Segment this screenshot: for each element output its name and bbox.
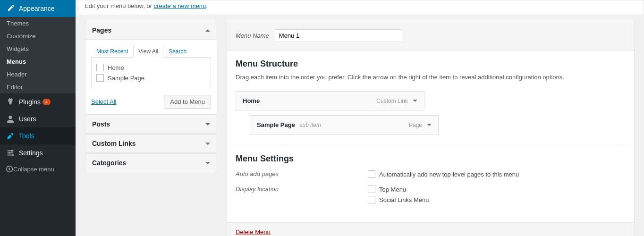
sidebar-label: Settings (19, 149, 43, 157)
panel-header: Menu Name (227, 21, 634, 51)
intro-bar: Edit your menu below, or create a new me… (76, 0, 644, 15)
pages-tabs: Most Recent View All Search (91, 44, 211, 58)
menu-item-sample-page[interactable]: Sample Page sub item Page (250, 115, 439, 135)
sidebar-item-users[interactable]: Users (0, 110, 76, 127)
menu-panel: Menu Name Menu Structure Drag each item … (227, 21, 635, 236)
sidebar-collapse[interactable]: Collapse menu (0, 161, 76, 177)
caret-up-icon (205, 29, 210, 32)
svg-point-1 (11, 150, 13, 152)
sidebar-item-settings[interactable]: Settings (0, 144, 76, 161)
accordion-pages: Pages Most Recent View All Search Ho (85, 21, 217, 115)
svg-point-3 (12, 154, 14, 156)
checkbox-social-menu[interactable] (368, 196, 375, 203)
menu-item-title: Home (243, 97, 260, 104)
sidebar-sub-editor[interactable]: Editor (0, 81, 76, 93)
page-row: Sample Page (96, 73, 206, 83)
paintbrush-icon (6, 4, 15, 13)
sidebar-item-appearance[interactable]: Appearance (0, 0, 76, 17)
menu-name-label: Menu Name (236, 32, 269, 39)
caret-down-icon (205, 123, 210, 126)
accordion-categories: Categories (85, 153, 217, 172)
menu-name-input[interactable] (275, 29, 402, 42)
sidebar-sub-menus[interactable]: Menus (0, 55, 76, 68)
accordion-title: Custom Links (92, 140, 136, 147)
accordion-title: Posts (92, 120, 110, 128)
wrench-icon (6, 131, 15, 141)
user-icon (6, 114, 15, 124)
tab-view-all[interactable]: View All (133, 45, 163, 58)
sidebar-label: Plugins (19, 98, 41, 106)
add-to-menu-button[interactable]: Add to Menu (164, 95, 211, 109)
tab-search[interactable]: Search (163, 45, 192, 58)
accordion-header-pages[interactable]: Pages (85, 21, 217, 40)
tab-most-recent[interactable]: Most Recent (91, 45, 133, 58)
delete-menu-link[interactable]: Delete Menu (236, 228, 271, 236)
plugin-icon (6, 97, 15, 107)
create-menu-link[interactable]: create a new menu (154, 2, 206, 9)
auto-add-option: Automatically add new top-level pages to… (379, 171, 519, 178)
menu-panel-column: Menu Name Menu Structure Drag each item … (227, 21, 635, 236)
sidebar-sub-header[interactable]: Header (0, 68, 76, 81)
display-location-label: Display location (236, 185, 368, 206)
accordion-title: Categories (92, 159, 126, 167)
plugin-count-badge: 4 (42, 99, 51, 105)
panel-footer: Delete Menu (227, 222, 634, 236)
menu-item-subtext: sub item (300, 122, 321, 128)
accordion-column: Pages Most Recent View All Search Ho (85, 21, 217, 172)
pages-list: Home Sample Page (91, 58, 211, 88)
sidebar-item-plugins[interactable]: Plugins 4 (0, 93, 76, 110)
auto-add-label: Auto add pages (236, 170, 368, 181)
select-all-link[interactable]: Select All (91, 98, 116, 105)
page-label: Home (108, 64, 124, 71)
sidebar-sub-widgets[interactable]: Widgets (0, 42, 76, 55)
collapse-icon (6, 165, 13, 173)
page-row: Home (96, 62, 206, 73)
location-social-label: Social Links Menu (379, 196, 429, 203)
svg-point-2 (8, 152, 10, 154)
menu-item-home[interactable]: Home Custom Link (236, 91, 424, 110)
checkbox-sample-page[interactable] (96, 74, 104, 82)
accordion-header-categories[interactable]: Categories (85, 153, 217, 172)
sidebar-item-tools[interactable]: Tools (0, 127, 76, 144)
accordion-header-posts[interactable]: Posts (85, 115, 217, 133)
caret-down-icon (205, 143, 210, 145)
sliders-icon (6, 148, 15, 158)
accordion-title: Pages (92, 26, 111, 34)
caret-down-icon (205, 162, 210, 164)
checkbox-top-menu[interactable] (368, 185, 375, 193)
intro-text: Edit your menu below, or (85, 2, 154, 9)
menu-structure-desc: Drag each item into the order you prefer… (236, 74, 626, 81)
admin-sidebar: Appearance Themes Customize Widgets Menu… (0, 0, 76, 236)
menu-item-type: Page (409, 122, 422, 128)
collapse-label: Collapse menu (13, 166, 54, 173)
sidebar-label: Tools (19, 132, 34, 140)
caret-down-icon[interactable] (427, 124, 432, 126)
accordion-header-custom-links[interactable]: Custom Links (85, 134, 217, 152)
checkbox-auto-add[interactable] (368, 170, 375, 178)
intro-suffix: . (206, 2, 208, 9)
main-content: Edit your menu below, or create a new me… (76, 0, 644, 236)
caret-down-icon[interactable] (413, 100, 417, 102)
page-label: Sample Page (108, 75, 144, 82)
sidebar-submenu: Themes Customize Widgets Menus Header Ed… (0, 17, 76, 93)
location-top-label: Top Menu (379, 186, 406, 193)
menu-item-type: Custom Link (376, 98, 408, 104)
sidebar-label: Appearance (19, 5, 55, 12)
accordion-posts: Posts (85, 115, 217, 134)
checkbox-home[interactable] (96, 64, 104, 71)
menu-structure-heading: Menu Structure (236, 59, 626, 69)
sidebar-sub-themes[interactable]: Themes (0, 17, 76, 30)
accordion-custom-links: Custom Links (85, 134, 217, 153)
svg-point-0 (8, 116, 12, 119)
menu-settings-heading: Menu Settings (236, 154, 626, 164)
sidebar-label: Users (19, 115, 36, 123)
sidebar-sub-customize[interactable]: Customize (0, 30, 76, 42)
menu-item-title: Sample Page (257, 121, 295, 128)
